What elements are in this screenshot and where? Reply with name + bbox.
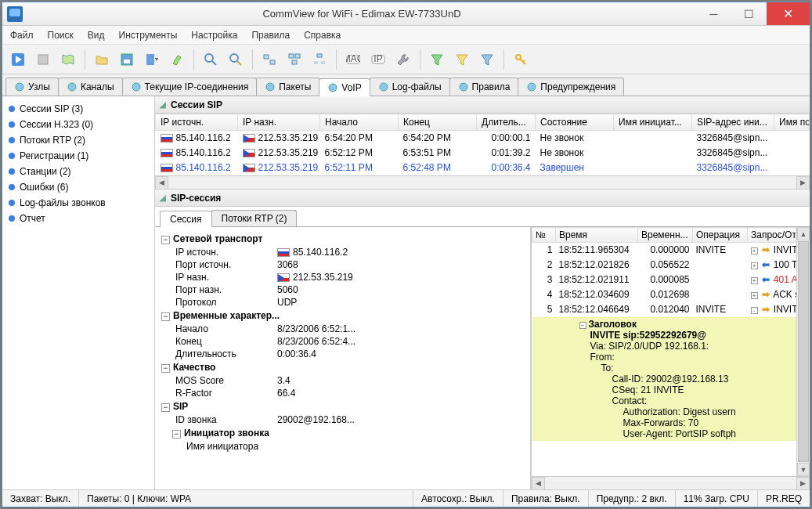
- svg-point-9: [230, 54, 238, 62]
- sessions-title: Сессии SIP: [171, 99, 222, 110]
- stop-button[interactable]: [32, 49, 54, 70]
- tab-текущие ip-соединения[interactable]: Текущие IP-соединения: [122, 78, 258, 96]
- col-header[interactable]: Длитель...: [477, 114, 536, 131]
- col-header[interactable]: Имя по...: [774, 114, 810, 131]
- tab-voip[interactable]: VoIP: [319, 78, 370, 96]
- nodes-tree-icon[interactable]: [309, 49, 330, 70]
- sidebar-item[interactable]: Отчет: [5, 211, 151, 226]
- app-window: CommView for WiFi - Edimax EW-7733UnD ─ …: [2, 2, 810, 507]
- status-packets: Пакеты: 0 | Ключи: WPA: [79, 490, 413, 507]
- menu-file[interactable]: Файл: [10, 30, 34, 41]
- col-header[interactable]: IP назн.: [238, 114, 320, 131]
- sidebar-item[interactable]: Log-файлы звонков: [5, 195, 151, 211]
- map-button[interactable]: [57, 49, 79, 70]
- msg-row[interactable]: 318:52:12.0219110.000085+⬅ 401 Authentic…: [532, 273, 796, 287]
- msg-row[interactable]: 218:52:12.0218260.056522+⬅ 100 Trying: [532, 258, 796, 273]
- maximize-button[interactable]: ☐: [731, 2, 767, 25]
- svg-point-7: [205, 54, 213, 62]
- msg-row[interactable]: 418:52:12.0346090.012698+➡ ACK sip:52952…: [532, 287, 796, 302]
- sidebar-item[interactable]: Потоки RTP (2): [5, 132, 151, 148]
- col-header[interactable]: Временн...: [638, 228, 693, 243]
- tab-rtp[interactable]: Потоки RTP (2): [211, 210, 298, 226]
- tab-log-файлы[interactable]: Log-файлы: [370, 78, 450, 96]
- menu-help[interactable]: Справка: [304, 30, 341, 41]
- msg-detail: −ЗаголовокINVITE sip:52952292679@Via: SI…: [532, 317, 796, 441]
- filter-blue-icon[interactable]: [476, 49, 498, 70]
- col-header[interactable]: №: [532, 228, 556, 243]
- menu-view[interactable]: Вид: [88, 30, 105, 41]
- clear-button[interactable]: [166, 49, 188, 70]
- col-header[interactable]: SIP-адрес ини...: [692, 114, 774, 131]
- filter-green-icon[interactable]: [426, 49, 448, 70]
- sidebar-item[interactable]: Сессии H.323 (0): [5, 117, 151, 132]
- menu-tools[interactable]: Инструменты: [119, 30, 178, 41]
- message-table[interactable]: №ВремяВременн...ОперацияЗапрос/Ответ 118…: [532, 227, 796, 442]
- tab-session[interactable]: Сессия: [160, 211, 212, 227]
- status-capture: Захват: Выкл.: [2, 490, 79, 507]
- menu-settings[interactable]: Настройка: [191, 30, 237, 41]
- svg-rect-14: [295, 54, 300, 58]
- tab-узлы[interactable]: Узлы: [5, 78, 59, 96]
- ip-label-icon[interactable]: IP: [367, 49, 389, 70]
- svg-point-30: [68, 83, 76, 91]
- col-header[interactable]: Имя инициат...: [614, 114, 692, 131]
- menu-rules[interactable]: Правила: [251, 30, 290, 41]
- play-button[interactable]: [7, 49, 29, 70]
- svg-rect-13: [289, 54, 294, 58]
- sidebar-item[interactable]: Регистрации (1): [5, 148, 151, 164]
- search-button[interactable]: [200, 49, 222, 70]
- sessions-table[interactable]: IP источн.IP назн.НачалоКонецДлитель...С…: [155, 114, 810, 175]
- table-row[interactable]: 85.140.116.2212.53.35.2196:52:11 PM6:52:…: [156, 161, 810, 175]
- tab-предупреждения[interactable]: Предупреждения: [518, 78, 624, 96]
- status-autosave: Автосохр.: Выкл.: [413, 490, 503, 507]
- msg-row[interactable]: 518:52:12.0466490.012040INVITE-➡ INVITE …: [532, 302, 796, 317]
- sessions-hscroll[interactable]: ◀▶: [155, 175, 810, 189]
- sip-tabs: Сессия Потоки RTP (2): [155, 207, 810, 226]
- zoom-button[interactable]: [225, 49, 247, 70]
- tab-каналы[interactable]: Каналы: [58, 78, 123, 96]
- filter-yellow-icon[interactable]: [451, 49, 473, 70]
- col-header[interactable]: IP источн.: [156, 114, 238, 131]
- msg-vscroll[interactable]: ▲▼: [796, 227, 810, 476]
- open-button[interactable]: [91, 49, 113, 70]
- key-icon[interactable]: [510, 49, 532, 70]
- minimize-button[interactable]: ─: [696, 2, 731, 25]
- col-header[interactable]: Операция: [693, 228, 748, 243]
- tab-правила[interactable]: Правила: [449, 78, 519, 96]
- nodes-pair-icon[interactable]: [283, 49, 305, 70]
- col-header[interactable]: Время: [556, 228, 638, 243]
- col-header[interactable]: Конец: [399, 114, 477, 131]
- sidebar-item[interactable]: Сессии SIP (3): [5, 101, 151, 117]
- sidebar-item[interactable]: Станции (2): [5, 164, 151, 179]
- property-grid[interactable]: −Сетевой транспорт IP источн.85.140.116.…: [155, 227, 530, 489]
- toolbar: MAC IP: [2, 45, 810, 74]
- svg-line-10: [237, 61, 241, 65]
- menubar: Файл Поиск Вид Инструменты Настройка Пра…: [2, 26, 810, 45]
- tab-пакеты[interactable]: Пакеты: [256, 78, 319, 96]
- svg-rect-16: [317, 54, 322, 57]
- svg-marker-24: [457, 55, 467, 65]
- mac-label-icon[interactable]: MAC: [342, 49, 364, 70]
- menu-search[interactable]: Поиск: [48, 30, 74, 41]
- close-button[interactable]: ✕: [767, 2, 810, 25]
- sip-title: SIP-сессия: [171, 193, 221, 204]
- col-header[interactable]: Начало: [320, 114, 399, 131]
- svg-marker-6: [155, 58, 158, 61]
- msg-row[interactable]: 118:52:11.9653040.000000INVITE+➡ INVITE …: [532, 243, 796, 258]
- table-row[interactable]: 85.140.116.2212.53.35.2196:52:12 PM6:53:…: [156, 146, 810, 161]
- col-header[interactable]: Состояние: [536, 114, 614, 131]
- svg-rect-12: [270, 60, 275, 64]
- save-dropdown[interactable]: [141, 49, 163, 70]
- msg-hscroll[interactable]: ◀▶: [532, 476, 810, 489]
- col-header[interactable]: Запрос/Ответ: [748, 228, 796, 243]
- side-panel: Сессии SIP (3)Сессии H.323 (0)Потоки RTP…: [2, 96, 155, 489]
- nodes-icon[interactable]: [258, 49, 280, 70]
- save-button[interactable]: [116, 49, 138, 70]
- status-rules: Правила: Выкл.: [503, 490, 589, 507]
- collapse-icon[interactable]: ◢: [160, 193, 166, 202]
- collapse-icon[interactable]: ◢: [160, 100, 166, 109]
- wrench-icon[interactable]: [392, 49, 414, 70]
- sidebar-item[interactable]: Ошибки (6): [5, 179, 151, 195]
- table-row[interactable]: 85.140.116.2212.53.35.2196:54:20 PM6:54:…: [156, 131, 810, 146]
- flag-ru-icon: [277, 248, 290, 257]
